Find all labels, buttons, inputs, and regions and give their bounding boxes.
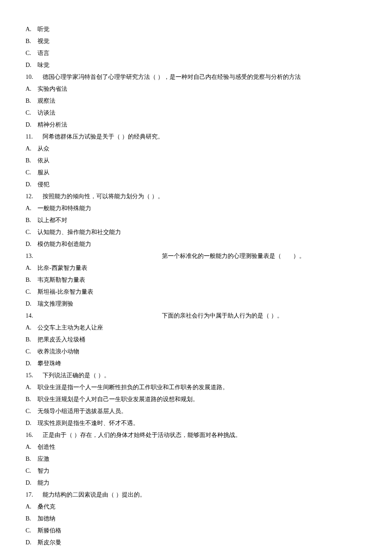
option-text: 桑代克 [37,503,55,510]
question-line: 17.能力结构的二因素说是由（ ）提出的。 [26,489,366,501]
option-text: 精神分析法 [37,121,67,128]
option-label: D. [26,537,37,549]
question-line: 16.正是由于（ ）存在，人们的身体才始终处于活动状态，能够面对各种挑战。 [26,429,366,441]
option-line: A.桑代克 [26,501,366,513]
option-line: A.比奈-西蒙智力量表 [26,262,366,274]
question-text: 阿希德群体压力试验是关于（ ）的经典研究。 [43,133,164,140]
option-line: A.听觉 [26,23,366,35]
option-label: B. [26,334,37,346]
option-label: A. [26,441,37,453]
option-line: B.韦克斯勒智力量表 [26,274,366,286]
option-text: 斯坦福-比奈智力量表 [37,289,93,295]
option-line: C.语言 [26,47,366,59]
question-number: 12. [26,191,43,202]
option-label: B. [26,453,37,465]
question-number: 11. [26,131,43,143]
option-text: 斯滕伯格 [37,527,61,534]
option-label: C. [26,465,37,477]
option-label: C. [26,525,37,537]
option-line: B.以上都不对 [26,214,366,226]
question-line: 12.按照能力的倾向性，可以将能力划分为（ ）。 [26,191,366,202]
option-text: 从众 [37,145,49,152]
option-label: B. [26,214,37,226]
option-text: 认知能力、操作能力和社交能力 [37,229,121,235]
question-text: 正是由于（ ）存在，人们的身体才始终处于活动状态，能够面对各种挑战。 [43,432,241,438]
option-label: D. [26,477,37,489]
question-number: 14. [26,310,43,322]
option-label: C. [26,346,37,358]
option-line: B.应激 [26,453,366,465]
option-text: 观察法 [37,98,55,104]
question-line: 10.德国心理学家冯特首创了心理学研究方法（ ），是一种对自己内在经验与感受的觉… [26,71,366,83]
option-text: 比奈-西蒙智力量表 [37,265,87,271]
option-label: A. [26,262,37,274]
option-label: C. [26,226,37,238]
question-number: 13. [26,250,43,262]
option-label: A. [26,382,37,393]
option-line: B.观察法 [26,95,366,107]
option-label: A. [26,83,37,95]
option-label: C. [26,405,37,417]
question-text: 第一个标准化的一般能力的心理测验量表是（ ）。 [43,250,366,262]
option-text: 听觉 [37,26,49,32]
option-text: 模仿能力和创造能力 [37,241,91,247]
option-line: D.瑞文推理测验 [26,298,366,310]
option-text: 把果皮丢入垃圾桶 [37,336,85,343]
option-line: C.智力 [26,465,366,477]
option-line: A.职业生涯是指一个人一生间断性担负的工作职业和工作职务的发展道路。 [26,382,366,393]
document-content: A.听觉B.视觉C.语言D.味觉10.德国心理学家冯特首创了心理学研究方法（ ）… [26,23,366,549]
option-line: C.认知能力、操作能力和社交能力 [26,226,366,238]
option-label: A. [26,143,37,155]
option-text: 斯皮尔曼 [37,539,61,546]
question-number: 10. [26,71,43,83]
option-label: A. [26,23,37,35]
option-label: D. [26,298,37,310]
option-line: D.现实性原则是指生不逢时、怀才不遇。 [26,417,366,429]
option-label: B. [26,95,37,107]
option-text: 收养流浪小动物 [37,348,79,355]
option-text: 视觉 [37,38,49,44]
option-text: 无领导小组适用于选拔基层人员。 [37,408,127,414]
option-text: 服从 [37,169,49,176]
option-line: C.无领导小组适用于选拔基层人员。 [26,405,366,417]
option-label: B. [26,274,37,286]
option-line: A.一般能力和特殊能力 [26,202,366,214]
question-number: 16. [26,429,43,441]
option-label: C. [26,286,37,298]
option-label: C. [26,107,37,119]
option-text: 应激 [37,456,49,462]
option-line: B.依从 [26,155,366,167]
option-text: 智力 [37,468,49,474]
question-text: 按照能力的倾向性，可以将能力划分为（ ）。 [43,193,164,199]
option-line: D.斯皮尔曼 [26,537,366,549]
option-line: B.加德纳 [26,513,366,525]
option-label: C. [26,47,37,59]
option-text: 实验内省法 [37,86,67,92]
option-label: D. [26,119,37,131]
option-line: C.斯滕伯格 [26,525,366,537]
option-text: 韦克斯勒智力量表 [37,277,85,283]
option-label: B. [26,155,37,167]
question-number: 17. [26,489,43,501]
option-line: B.视觉 [26,35,366,47]
option-text: 侵犯 [37,181,49,188]
option-label: D. [26,417,37,429]
option-label: A. [26,501,37,513]
option-text: 职业生涯规划是个人对自己一生职业发展道路的设想和规划。 [37,396,199,402]
option-line: D.精神分析法 [26,119,366,131]
option-label: A. [26,322,37,334]
option-line: D.模仿能力和创造能力 [26,238,366,250]
option-label: D. [26,59,37,71]
option-text: 创造性 [37,444,55,450]
option-label: B. [26,35,37,47]
option-line: D.能力 [26,477,366,489]
option-text: 味觉 [37,62,49,68]
option-text: 瑞文推理测验 [37,301,73,307]
option-line: A.创造性 [26,441,366,453]
option-label: D. [26,358,37,370]
option-line: D.味觉 [26,59,366,71]
option-label: B. [26,513,37,525]
question-text: 能力结构的二因素说是由（ ）提出的。 [43,491,146,498]
option-line: C.收养流浪小动物 [26,346,366,358]
option-label: D. [26,238,37,250]
